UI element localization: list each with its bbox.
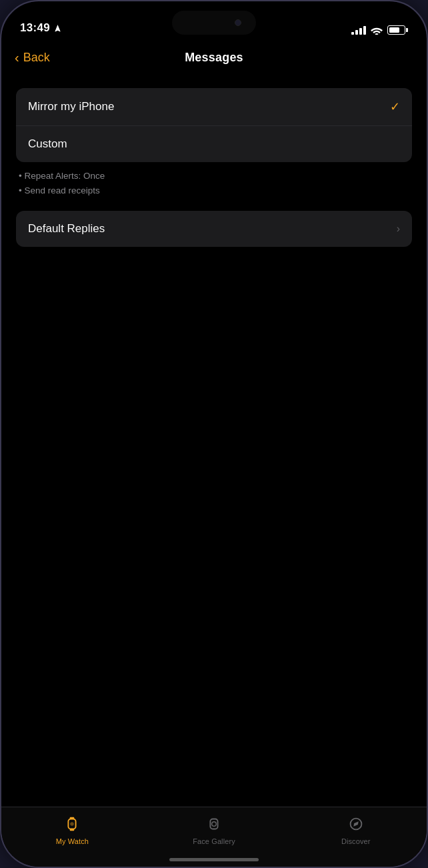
nav-header: ‹ Back Messages <box>1 40 427 75</box>
notification-style-group: Mirror my iPhone ✓ Custom <box>16 88 412 162</box>
discover-label: Discover <box>341 837 371 845</box>
tab-face-gallery[interactable]: Face Gallery <box>143 814 285 845</box>
svg-rect-2 <box>70 829 75 831</box>
back-label: Back <box>23 51 50 65</box>
tab-my-watch[interactable]: My Watch <box>1 814 143 845</box>
description-line2: • Send read receipts <box>19 183 409 198</box>
description-area: • Repeat Alerts: Once • Send read receip… <box>16 162 412 197</box>
location-icon <box>53 24 62 33</box>
status-time: 13:49 <box>20 21 62 35</box>
custom-row[interactable]: Custom <box>16 126 412 162</box>
checkmark-icon: ✓ <box>390 99 400 114</box>
mirror-iphone-row[interactable]: Mirror my iPhone ✓ <box>16 88 412 126</box>
default-replies-row[interactable]: Default Replies › <box>16 211 412 247</box>
battery-icon <box>387 25 408 35</box>
phone-screen: 13:49 <box>1 1 427 867</box>
svg-rect-1 <box>70 817 75 819</box>
mirror-iphone-label: Mirror my iPhone <box>28 100 390 113</box>
tab-discover[interactable]: Discover <box>285 814 427 845</box>
face-gallery-icon <box>204 814 224 834</box>
svg-point-5 <box>212 822 217 827</box>
time-display: 13:49 <box>20 21 50 35</box>
page-title: Messages <box>185 51 243 65</box>
camera-dot <box>235 19 241 26</box>
wifi-icon <box>371 25 383 35</box>
back-button[interactable]: ‹ Back <box>15 51 50 65</box>
custom-label: Custom <box>28 137 400 151</box>
home-indicator <box>169 858 259 861</box>
content-area: Mirror my iPhone ✓ Custom • Repeat Alert… <box>1 75 427 807</box>
my-watch-label: My Watch <box>56 837 89 845</box>
description-line1: • Repeat Alerts: Once <box>19 169 409 183</box>
chevron-right-icon: › <box>397 223 400 235</box>
back-chevron-icon: ‹ <box>15 51 19 64</box>
status-icons <box>351 25 408 35</box>
phone-frame: 13:49 <box>0 0 428 868</box>
default-replies-label: Default Replies <box>28 222 397 236</box>
my-watch-icon <box>62 814 82 834</box>
svg-point-3 <box>71 822 75 826</box>
svg-marker-7 <box>353 821 358 826</box>
discover-icon <box>346 814 366 834</box>
default-replies-group: Default Replies › <box>16 211 412 247</box>
signal-icon <box>351 25 366 35</box>
face-gallery-label: Face Gallery <box>193 837 235 845</box>
dynamic-island <box>172 11 256 35</box>
